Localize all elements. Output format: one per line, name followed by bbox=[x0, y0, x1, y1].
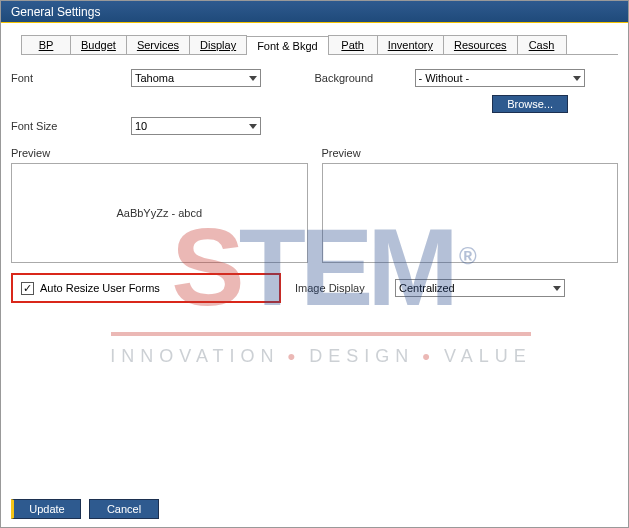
auto-resize-checkbox[interactable]: ✓ bbox=[21, 282, 34, 295]
preview-label-right: Preview bbox=[322, 147, 619, 159]
tab-services[interactable]: Services bbox=[126, 35, 190, 54]
auto-resize-label: Auto Resize User Forms bbox=[40, 282, 160, 294]
watermark-tag3: VALUE bbox=[444, 346, 532, 366]
tab-resources[interactable]: Resources bbox=[443, 35, 518, 54]
tabs: BP Budget Services Display Font & Bkgd P… bbox=[21, 35, 618, 55]
background-select[interactable]: - Without - bbox=[415, 69, 585, 87]
chevron-down-icon bbox=[249, 124, 257, 129]
font-select[interactable]: Tahoma bbox=[131, 69, 261, 87]
tab-inventory[interactable]: Inventory bbox=[377, 35, 444, 54]
font-value: Tahoma bbox=[135, 72, 174, 84]
general-settings-window: General Settings STEM® INNOVATION•DESIGN… bbox=[0, 0, 629, 528]
tab-bp[interactable]: BP bbox=[21, 35, 71, 54]
watermark-tag1: INNOVATION bbox=[110, 346, 279, 366]
background-preview-box bbox=[322, 163, 619, 263]
font-size-value: 10 bbox=[135, 120, 147, 132]
auto-resize-highlight: ✓ Auto Resize User Forms bbox=[11, 273, 281, 303]
cancel-button[interactable]: Cancel bbox=[89, 499, 159, 519]
watermark-tag2: DESIGN bbox=[309, 346, 414, 366]
image-display-select[interactable]: Centralized bbox=[395, 279, 565, 297]
chevron-down-icon bbox=[249, 76, 257, 81]
tab-path[interactable]: Path bbox=[328, 35, 378, 54]
tab-budget[interactable]: Budget bbox=[70, 35, 127, 54]
background-label: Background bbox=[315, 72, 415, 84]
font-label: Font bbox=[11, 72, 131, 84]
chevron-down-icon bbox=[573, 76, 581, 81]
footer-buttons: Update Cancel bbox=[11, 499, 159, 519]
background-value: - Without - bbox=[419, 72, 470, 84]
image-display-label: Image Display bbox=[295, 282, 395, 294]
tab-font-bkgd[interactable]: Font & Bkgd bbox=[246, 36, 329, 55]
update-button[interactable]: Update bbox=[11, 499, 81, 519]
font-size-select[interactable]: 10 bbox=[131, 117, 261, 135]
browse-button[interactable]: Browse... bbox=[492, 95, 568, 113]
tab-display[interactable]: Display bbox=[189, 35, 247, 54]
image-display-value: Centralized bbox=[399, 282, 455, 294]
content-area: STEM® INNOVATION•DESIGN•VALUE BP Budget … bbox=[1, 23, 628, 497]
window-title: General Settings bbox=[1, 1, 628, 23]
font-preview-box: AaBbYyZz - abcd bbox=[11, 163, 308, 263]
preview-label-left: Preview bbox=[11, 147, 308, 159]
font-size-label: Font Size bbox=[11, 120, 131, 132]
preview-sample-text: AaBbYyZz - abcd bbox=[116, 207, 202, 219]
tab-cash[interactable]: Cash bbox=[517, 35, 567, 54]
chevron-down-icon bbox=[553, 286, 561, 291]
